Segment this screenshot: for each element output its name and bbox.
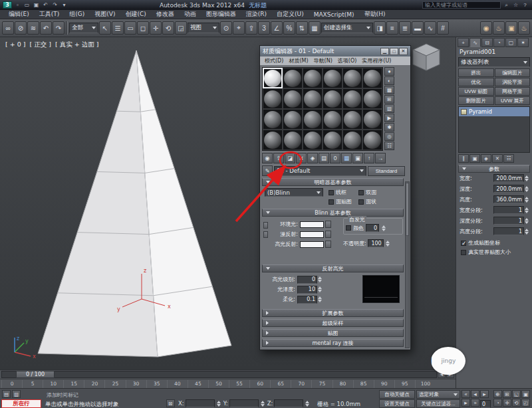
ambient-diffuse-lock-button[interactable] xyxy=(263,222,268,229)
track-bar[interactable]: 0510152025303540455055606570758085909510… xyxy=(0,379,456,388)
material-slot[interactable] xyxy=(283,88,303,109)
select-object-icon[interactable]: ↖ xyxy=(99,21,111,35)
material-slot[interactable] xyxy=(303,130,323,150)
orbit-icon[interactable]: ⟲ xyxy=(512,399,521,407)
mirror-icon[interactable]: ◨ xyxy=(374,21,386,35)
material-slot[interactable] xyxy=(283,130,303,150)
select-by-name-icon[interactable]: ☰ xyxy=(112,21,124,35)
remove-modifier-icon[interactable]: ✕ xyxy=(492,154,503,163)
spinner[interactable] xyxy=(318,276,322,282)
modifier-button[interactable]: 网格平滑 xyxy=(495,87,531,96)
material-name-dropdown[interactable]: 01 - Default xyxy=(274,166,366,176)
redo-icon[interactable]: ↷ xyxy=(53,21,65,35)
show-end-result-stack-icon[interactable]: ▣ xyxy=(469,154,480,163)
go-to-parent-icon[interactable]: ↑ xyxy=(364,153,374,163)
maximize-button[interactable]: □ xyxy=(390,48,398,55)
spinner-snap-icon[interactable]: ⇅ xyxy=(296,21,308,35)
material-slot[interactable] xyxy=(342,68,362,88)
rollout-header-blinn-basic[interactable]: Blinn 基本参数 xyxy=(262,209,404,217)
tab-motion[interactable]: ◔ xyxy=(493,38,505,47)
tab-modify[interactable]: ∿ xyxy=(469,38,481,47)
rollout-header-shader-basic[interactable]: 明暗器基本参数 xyxy=(262,178,404,186)
material-editor-menu-item[interactable]: 导航(N) xyxy=(311,56,335,65)
material-slot[interactable] xyxy=(263,68,283,88)
select-and-rotate-icon[interactable]: ⟲ xyxy=(162,21,174,35)
zoom-icon[interactable]: ⊕ xyxy=(493,390,502,398)
new-scene-icon[interactable]: ▫ xyxy=(13,1,22,9)
make-preview-icon[interactable]: ▶ xyxy=(384,114,394,122)
spinner[interactable] xyxy=(525,197,529,203)
coordinate-input[interactable] xyxy=(186,399,215,407)
pin-stack-icon[interactable]: ∥ xyxy=(458,154,469,163)
next-frame-icon[interactable]: ► xyxy=(462,399,470,407)
map-shortcut-button[interactable] xyxy=(325,221,331,228)
select-by-material-icon[interactable]: ◎ xyxy=(384,132,394,141)
keyboard-shortcut-override-icon[interactable]: ⇪ xyxy=(245,21,257,35)
menu-item[interactable]: 帮助(H) xyxy=(360,10,390,19)
material-slot[interactable] xyxy=(283,109,303,130)
material-editor-titlebar[interactable]: 材质编辑器 - 01 - Default ▁□✕ xyxy=(260,46,410,56)
spinner[interactable] xyxy=(318,286,322,292)
material-editor-menu-item[interactable]: 选项(O) xyxy=(335,56,360,65)
play-icon[interactable]: ► xyxy=(480,390,489,398)
menu-item[interactable]: 图形编辑器 xyxy=(201,10,241,19)
spinner[interactable] xyxy=(525,229,529,235)
save-file-icon[interactable]: ▣ xyxy=(32,1,41,9)
maximize-viewport-icon[interactable]: ◰ xyxy=(521,399,530,407)
specular-field[interactable]: 10 xyxy=(297,286,317,294)
material-editor-icon[interactable]: ◉ xyxy=(480,21,492,35)
map-shortcut-button[interactable] xyxy=(325,241,331,248)
material-editor-menu-item[interactable]: 模式(D) xyxy=(262,56,286,65)
spinner[interactable] xyxy=(382,225,386,231)
coordinate-input[interactable] xyxy=(274,399,303,407)
selection-filter-dropdown[interactable]: 全部 xyxy=(69,23,98,33)
material-slot[interactable] xyxy=(323,68,342,88)
shader-option-checkbox[interactable]: 双面 xyxy=(358,189,376,196)
spinner[interactable] xyxy=(386,241,390,247)
material-slot[interactable] xyxy=(323,88,342,109)
workspace-dropdown-icon[interactable]: ▾ xyxy=(60,1,68,9)
menu-item[interactable]: 创建(C) xyxy=(120,10,150,19)
pick-material-from-object-icon[interactable]: ✎ xyxy=(262,165,273,176)
self-illum-color-checkbox[interactable]: 颜色 xyxy=(346,225,364,232)
parameter-field[interactable]: 360.0mm xyxy=(493,195,524,203)
set-key-button[interactable]: 设置关键点 xyxy=(379,399,415,408)
community-icon[interactable]: ☆ xyxy=(511,1,520,9)
edit-named-selection-sets-icon[interactable]: ▦ xyxy=(309,21,321,35)
menu-item[interactable]: 组(G) xyxy=(65,10,89,19)
tab-create[interactable]: + xyxy=(458,38,469,47)
material-slot[interactable] xyxy=(362,88,382,109)
rendered-frame-window-icon[interactable]: ▣ xyxy=(505,21,517,35)
spinner[interactable] xyxy=(305,401,309,407)
open-file-icon[interactable]: ▭ xyxy=(23,1,31,9)
help-icon[interactable]: ? xyxy=(521,1,529,9)
zoom-all-icon[interactable]: ⊞ xyxy=(503,390,511,398)
use-pivot-point-icon[interactable]: ⊙ xyxy=(220,21,232,35)
menu-item[interactable]: 视图(V) xyxy=(90,10,120,19)
rollout-header-collapsed[interactable]: 超级采样 xyxy=(262,319,404,327)
window-crossing-icon[interactable]: ◻ xyxy=(137,21,149,35)
rollout-header-collapsed[interactable]: 扩展参数 xyxy=(262,309,404,317)
rollout-header-collapsed[interactable]: mental ray 连接 xyxy=(262,339,404,347)
shader-option-checkbox[interactable]: 面贴图 xyxy=(329,198,352,205)
parameter-field[interactable]: 1 xyxy=(493,227,524,235)
pan-icon[interactable]: ✛ xyxy=(503,399,511,407)
render-setup-icon[interactable]: ♨ xyxy=(493,21,505,35)
background-icon[interactable]: ▩ xyxy=(384,86,394,94)
timeline-prev-icon[interactable]: ◄ xyxy=(438,371,446,378)
select-and-move-icon[interactable]: ✛ xyxy=(150,21,162,35)
auto-key-button[interactable]: 自动关键点 xyxy=(379,390,415,399)
parameter-field[interactable]: 200.0mm xyxy=(493,185,524,193)
select-and-manipulate-icon[interactable]: ⌖ xyxy=(233,21,245,35)
angle-snap-icon[interactable]: ∠ xyxy=(271,21,283,35)
select-and-link-icon[interactable]: ∞ xyxy=(2,21,14,35)
viewport-label[interactable]: [ + 0 ][ 正交 ][ 真实 + 边面 ] xyxy=(5,41,98,49)
opacity-field[interactable]: 100 xyxy=(368,239,384,247)
spinner[interactable] xyxy=(525,207,529,213)
reset-map-icon[interactable]: ✕ xyxy=(296,153,307,163)
material-slot[interactable] xyxy=(303,109,323,130)
spinner[interactable] xyxy=(525,186,529,192)
material-slot[interactable] xyxy=(323,130,342,150)
menu-item[interactable]: 渲染(R) xyxy=(241,10,271,19)
material-slot[interactable] xyxy=(263,109,283,130)
